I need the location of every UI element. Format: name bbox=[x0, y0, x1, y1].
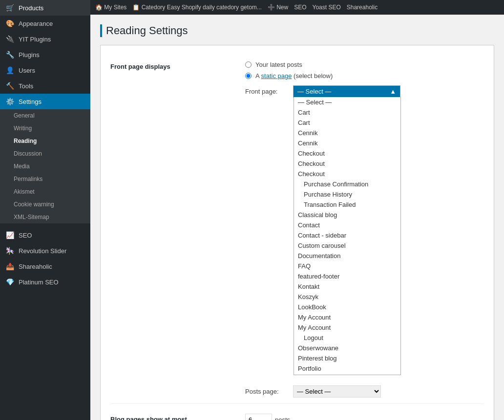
top-bar: 🏠 My Sites 📋 Catedory Easy Shopify daily… bbox=[90, 0, 504, 15]
seo-icon: 📈 bbox=[5, 231, 15, 239]
dropdown-item-3[interactable]: Cennik bbox=[294, 128, 400, 138]
chevron-up-icon: ▲ bbox=[390, 88, 396, 95]
blog-pages-label: Blog pages show at most bbox=[110, 414, 237, 420]
submenu-item-writing[interactable]: Writing bbox=[0, 122, 90, 135]
blog-pages-row: Blog pages show at most posts bbox=[110, 408, 484, 420]
front-page-field-label: Front page: bbox=[245, 88, 289, 95]
sidebar-item-tools[interactable]: 🔨 Tools bbox=[0, 78, 90, 94]
front-page-label: Front page displays bbox=[110, 61, 237, 70]
sidebar-item-shareaholic[interactable]: 📤 Shareaholic bbox=[0, 259, 90, 274]
posts-page-field-label: Posts page: bbox=[245, 388, 289, 395]
submenu-item-reading[interactable]: Reading bbox=[0, 135, 90, 147]
dropdown-item-18[interactable]: Kontakt bbox=[294, 281, 400, 292]
latest-posts-row: Your latest posts bbox=[245, 61, 484, 68]
dropdown-item-4[interactable]: Cennik bbox=[294, 138, 400, 148]
dropdown-item-26[interactable]: Portfolio bbox=[294, 363, 400, 374]
sidebar-item-products[interactable]: 🛒 Products bbox=[0, 0, 90, 16]
dropdown-item-6[interactable]: Checkout bbox=[294, 159, 400, 169]
settings-icon: ⚙️ bbox=[5, 98, 15, 105]
static-page-radio[interactable] bbox=[245, 73, 252, 79]
dropdown-item-23[interactable]: Logout bbox=[294, 333, 400, 343]
dropdown-item-16[interactable]: FAQ bbox=[294, 261, 400, 271]
blog-pages-inline: posts bbox=[245, 414, 290, 420]
front-page-control: Your latest posts A static page (select … bbox=[245, 61, 484, 398]
dropdown-item-10[interactable]: Transaction Failed bbox=[294, 200, 400, 210]
submenu-item-discussion[interactable]: Discussion bbox=[0, 147, 90, 160]
sidebar-item-platinum-seo[interactable]: 💎 Platinum SEO bbox=[0, 274, 90, 290]
sidebar-item-revolution[interactable]: 🎠 Revolution Slider bbox=[0, 243, 90, 259]
dropdown-item-2[interactable]: Cart bbox=[294, 118, 400, 128]
page-title: Reading Settings bbox=[100, 24, 494, 37]
dropdown-selected[interactable]: — Select — ▲ bbox=[294, 86, 400, 97]
dropdown-list[interactable]: — Select —CartCartCennikCennikCheckoutCh… bbox=[294, 97, 401, 375]
sidebar-item-users[interactable]: 👤 Users bbox=[0, 62, 90, 78]
dropdown-item-1[interactable]: Cart bbox=[294, 107, 400, 118]
dropdown-item-5[interactable]: Checkout bbox=[294, 148, 400, 159]
main-content: 🏠 My Sites 📋 Catedory Easy Shopify daily… bbox=[90, 0, 504, 420]
dropdown-item-14[interactable]: Custom carousel bbox=[294, 240, 400, 251]
latest-posts-radio[interactable] bbox=[245, 61, 252, 68]
content-area: Reading Settings Front page displays You… bbox=[90, 15, 504, 420]
dropdown-item-17[interactable]: featured-footer bbox=[294, 271, 400, 281]
dropdown-item-12[interactable]: Contact bbox=[294, 220, 400, 230]
appearance-icon: 🎨 bbox=[5, 20, 15, 27]
dropdown-item-15[interactable]: Documentation bbox=[294, 251, 400, 261]
page-select-container: Front page: — Select — ▲ — Select —CartC… bbox=[245, 85, 484, 398]
dropdown-item-25[interactable]: Pinterest blog bbox=[294, 353, 400, 363]
dropdown-item-8[interactable]: Purchase Confirmation bbox=[294, 179, 400, 189]
static-page-row: A static page (select below) bbox=[245, 72, 484, 80]
latest-posts-radio-label[interactable]: Your latest posts bbox=[255, 61, 302, 68]
dropdown-item-22[interactable]: My Account bbox=[294, 322, 400, 333]
plugins-icon: 🔧 bbox=[5, 51, 15, 59]
shareaholic-icon: 📤 bbox=[5, 262, 15, 270]
sidebar-item-settings[interactable]: ⚙️ Settings bbox=[0, 94, 90, 109]
sidebar-item-appearance[interactable]: 🎨 Appearance bbox=[0, 16, 90, 31]
dropdown-item-24[interactable]: Obserwowane bbox=[294, 343, 400, 353]
blog-pages-control: posts bbox=[245, 414, 484, 420]
submenu-item-general[interactable]: General bbox=[0, 109, 90, 122]
static-page-link[interactable]: static page bbox=[261, 72, 292, 80]
posts-page-select[interactable]: — Select — bbox=[293, 385, 381, 398]
sidebar-item-seo[interactable]: 📈 SEO bbox=[0, 227, 90, 243]
yit-icon: 🔌 bbox=[5, 35, 15, 43]
front-page-row: Front page displays Your latest posts A … bbox=[110, 55, 484, 404]
sidebar-item-plugins[interactable]: 🔧 Plugins bbox=[0, 47, 90, 62]
dropdown-item-19[interactable]: Koszyk bbox=[294, 292, 400, 302]
dropdown-item-20[interactable]: LookBook bbox=[294, 302, 400, 312]
sidebar: 🛒 Products 🎨 Appearance 🔌 YIT Plugins 🔧 … bbox=[0, 0, 90, 420]
users-icon: 👤 bbox=[5, 66, 15, 74]
submenu-item-media[interactable]: Media bbox=[0, 160, 90, 173]
dropdown-item-9[interactable]: Purchase History bbox=[294, 189, 400, 200]
blog-pages-suffix: posts bbox=[275, 416, 290, 420]
dropdown-item-11[interactable]: Classical blog bbox=[294, 210, 400, 220]
platinum-icon: 💎 bbox=[5, 278, 15, 286]
submenu-item-akismet[interactable]: Akismet bbox=[0, 185, 90, 198]
dropdown-item-0[interactable]: — Select — bbox=[294, 97, 400, 107]
front-page-radio-group: Your latest posts A static page (select … bbox=[245, 61, 484, 80]
tools-icon: 🔨 bbox=[5, 82, 15, 90]
dropdown-item-21[interactable]: My Account bbox=[294, 312, 400, 322]
selected-option-text: — Select — bbox=[297, 88, 331, 95]
revolution-icon: 🎠 bbox=[5, 247, 15, 255]
submenu-item-permalinks[interactable]: Permalinks bbox=[0, 173, 90, 185]
dropdown-item-13[interactable]: Contact - sidebar bbox=[294, 230, 400, 240]
products-icon: 🛒 bbox=[5, 4, 15, 12]
settings-submenu: General Writing Reading Discussion Media… bbox=[0, 109, 90, 223]
settings-form: Front page displays Your latest posts A … bbox=[100, 45, 494, 420]
front-page-dropdown[interactable]: — Select — ▲ — Select —CartCartCennikCen… bbox=[293, 85, 400, 98]
posts-page-field-row: Posts page: — Select — bbox=[245, 385, 484, 398]
dropdown-item-7[interactable]: Checkout bbox=[294, 169, 400, 179]
sidebar-item-yit-plugins[interactable]: 🔌 YIT Plugins bbox=[0, 31, 90, 47]
front-page-field-row: Front page: — Select — ▲ — Select —CartC… bbox=[245, 85, 484, 98]
submenu-item-xml[interactable]: XML-Sitemap bbox=[0, 211, 90, 223]
static-page-label: A static page (select below) bbox=[255, 72, 333, 80]
blog-pages-input[interactable] bbox=[245, 414, 272, 420]
dropdown-item-27[interactable]: Products Page bbox=[294, 374, 400, 375]
submenu-item-cookie[interactable]: Cookie warning bbox=[0, 198, 90, 211]
